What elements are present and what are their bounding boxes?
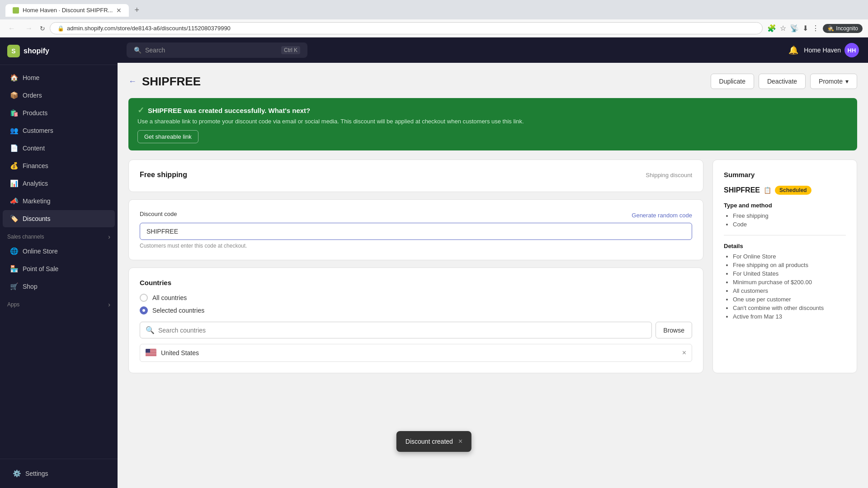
sidebar-item-discounts[interactable]: 🏷️ Discounts bbox=[3, 210, 115, 227]
page-title: SHIPFREE bbox=[142, 75, 201, 89]
sidebar-item-settings[interactable]: ⚙️ Settings bbox=[5, 465, 112, 482]
sidebar-item-point-of-sale[interactable]: 🏪 Point of Sale bbox=[3, 260, 115, 277]
shopify-logo-text: shopify bbox=[24, 47, 49, 55]
orders-icon: 📦 bbox=[10, 91, 18, 99]
new-tab-button[interactable]: + bbox=[131, 4, 143, 17]
sidebar-item-shop[interactable]: 🛒 Shop bbox=[3, 278, 115, 295]
summary-type-method-title: Type and method bbox=[724, 202, 846, 209]
sidebar-item-analytics[interactable]: 📊 Analytics bbox=[3, 175, 115, 192]
all-countries-label: All countries bbox=[152, 294, 187, 301]
toast-close-button[interactable]: × bbox=[458, 437, 462, 446]
countries-card: Countries All countries Selected countri… bbox=[128, 267, 703, 373]
finances-icon: 💰 bbox=[10, 162, 18, 170]
back-nav-button[interactable]: ← bbox=[5, 23, 18, 33]
extensions-icon[interactable]: 🧩 bbox=[767, 24, 776, 33]
discount-code-field-row: Discount code Generate random code bbox=[140, 211, 692, 220]
sidebar-item-label: Orders bbox=[23, 92, 42, 99]
sidebar-item-label: Customers bbox=[23, 127, 53, 134]
lock-icon: 🔒 bbox=[57, 25, 64, 32]
duplicate-button[interactable]: Duplicate bbox=[711, 74, 754, 89]
sidebar-item-finances[interactable]: 💰 Finances bbox=[3, 157, 115, 174]
topbar-search[interactable]: 🔍 Search Ctrl K bbox=[127, 42, 307, 58]
discount-code-card: Discount code Generate random code Custo… bbox=[128, 199, 703, 260]
generate-random-code-link[interactable]: Generate random code bbox=[632, 212, 692, 219]
check-icon: ✓ bbox=[137, 105, 144, 115]
sales-channels-section: Sales channels › bbox=[0, 228, 118, 242]
cast-icon[interactable]: 📡 bbox=[790, 24, 799, 33]
search-icon: 🔍 bbox=[146, 326, 155, 334]
discount-type-label: Free shipping bbox=[140, 171, 187, 179]
discount-type-badge: Shipping discount bbox=[646, 172, 692, 178]
browse-button[interactable]: Browse bbox=[656, 322, 692, 338]
tab-close-icon[interactable]: ✕ bbox=[116, 7, 122, 14]
sidebar-item-customers[interactable]: 👥 Customers bbox=[3, 122, 115, 139]
forward-nav-button[interactable]: → bbox=[23, 23, 35, 33]
sidebar-item-marketing[interactable]: 📣 Marketing bbox=[3, 192, 115, 210]
discounts-icon: 🏷️ bbox=[10, 215, 18, 223]
deactivate-button[interactable]: Deactivate bbox=[759, 74, 806, 89]
store-selector[interactable]: Home Haven HH bbox=[804, 43, 859, 57]
expand-icon[interactable]: › bbox=[108, 301, 110, 308]
browser-menu-icon[interactable]: ⋮ bbox=[812, 24, 819, 33]
sidebar-item-home[interactable]: 🏠 Home bbox=[3, 69, 115, 86]
country-name-us: United States bbox=[161, 349, 678, 357]
summary-title: Summary bbox=[724, 171, 846, 178]
expand-icon[interactable]: › bbox=[108, 233, 110, 240]
all-countries-option[interactable]: All countries bbox=[140, 294, 692, 302]
sidebar-item-label: Shop bbox=[23, 283, 38, 290]
summary-details-title: Details bbox=[724, 243, 846, 249]
refresh-button[interactable]: ↻ bbox=[40, 25, 45, 32]
content-grid: Free shipping Shipping discount Discount… bbox=[128, 160, 857, 373]
store-name: Home Haven bbox=[804, 47, 841, 54]
selected-countries-radio[interactable] bbox=[140, 306, 148, 314]
selected-countries-option[interactable]: Selected countries bbox=[140, 306, 692, 314]
summary-code: SHIPFREE bbox=[724, 186, 760, 194]
scheduled-badge: Scheduled bbox=[775, 186, 811, 195]
search-icon: 🔍 bbox=[134, 47, 142, 54]
sidebar-item-content[interactable]: 📄 Content bbox=[3, 140, 115, 157]
country-search-row: 🔍 Browse bbox=[140, 322, 692, 338]
browser-controls: ← → ↻ 🔒 admin.shopify.com/store/de8143-a… bbox=[0, 19, 868, 38]
discount-code-input[interactable] bbox=[140, 223, 692, 240]
main-panel: Free shipping Shipping discount Discount… bbox=[128, 160, 703, 373]
shopify-logo: S shopify bbox=[7, 45, 49, 57]
country-search-input[interactable] bbox=[158, 327, 646, 334]
summary-detail-item: Minimum purchase of $200.00 bbox=[733, 279, 846, 286]
summary-detail-item: One use per customer bbox=[733, 296, 846, 303]
sidebar-item-products[interactable]: 🛍️ Products bbox=[3, 104, 115, 122]
sidebar-item-label: Products bbox=[23, 109, 47, 117]
sidebar-item-label: Home bbox=[23, 74, 39, 81]
country-remove-button[interactable]: × bbox=[682, 349, 686, 357]
success-banner-title: ✓ SHIPFREE was created successfully. Wha… bbox=[137, 105, 848, 115]
svg-rect-12 bbox=[146, 356, 156, 356]
summary-type-list: Free shipping Code bbox=[724, 212, 846, 228]
avatar: HH bbox=[844, 43, 859, 57]
url-bar[interactable]: 🔒 admin.shopify.com/store/de8143-a6/disc… bbox=[50, 22, 763, 34]
download-icon[interactable]: ⬇ bbox=[802, 24, 808, 33]
browser-tab-active[interactable]: Home Haven · Discount SHIPFR... ✕ bbox=[5, 4, 129, 17]
all-countries-radio[interactable] bbox=[140, 294, 148, 302]
svg-rect-13 bbox=[146, 349, 150, 353]
sidebar-item-online-store[interactable]: 🌐 Online Store bbox=[3, 243, 115, 260]
back-button[interactable]: ← bbox=[128, 77, 137, 86]
summary-card: Summary SHIPFREE 📋 Scheduled Type and me… bbox=[712, 160, 857, 373]
get-shareable-link-button[interactable]: Get shareable link bbox=[137, 130, 198, 143]
country-search-input-wrap[interactable]: 🔍 bbox=[140, 322, 652, 338]
incognito-button[interactable]: 🕵 Incognito bbox=[823, 24, 863, 33]
sidebar-item-orders[interactable]: 📦 Orders bbox=[3, 87, 115, 104]
summary-detail-item: Can't combine with other discounts bbox=[733, 305, 846, 311]
topbar: 🔍 Search Ctrl K 🔔 Home Haven HH bbox=[118, 38, 868, 63]
bookmark-icon[interactable]: ☆ bbox=[780, 24, 786, 33]
marketing-icon: 📣 bbox=[10, 197, 18, 205]
countries-radio-group: All countries Selected countries bbox=[140, 294, 692, 314]
toast-label: Discount created bbox=[406, 438, 453, 445]
search-placeholder: Search bbox=[145, 47, 165, 54]
summary-detail-item: Free shipping on all products bbox=[733, 262, 846, 268]
promote-button[interactable]: Promote ▾ bbox=[810, 74, 857, 89]
notification-bell-icon[interactable]: 🔔 bbox=[788, 45, 798, 55]
copy-icon[interactable]: 📋 bbox=[764, 187, 771, 194]
summary-type-item-freeshipping: Free shipping bbox=[733, 212, 846, 219]
discount-type-card: Free shipping Shipping discount bbox=[128, 160, 703, 192]
sidebar-item-label: Analytics bbox=[23, 180, 48, 187]
svg-rect-11 bbox=[146, 355, 156, 356]
